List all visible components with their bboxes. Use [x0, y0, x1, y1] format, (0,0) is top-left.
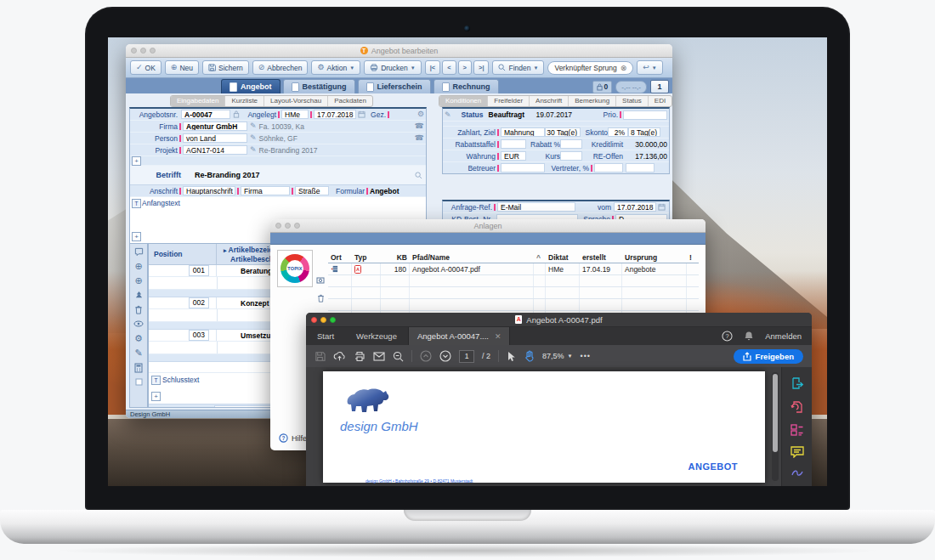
- print-icon[interactable]: [354, 351, 366, 362]
- phone-icon[interactable]: ☎: [415, 134, 424, 142]
- freigeben-button[interactable]: Freigeben: [734, 349, 803, 364]
- save-icon[interactable]: [314, 351, 326, 362]
- empty-attachment-row[interactable]: [328, 299, 699, 311]
- search-icon[interactable]: [415, 172, 422, 179]
- attachment-row[interactable]: A 180 Angebot A-00047.pdf HMe 17.04.19 A…: [328, 263, 699, 275]
- sort-positions-icon[interactable]: [133, 290, 144, 301]
- zoom-level[interactable]: 87,5%▼: [542, 352, 572, 360]
- tab-angebot[interactable]: Angebot: [221, 79, 280, 93]
- add-special-position-icon[interactable]: ⊕: [133, 275, 144, 286]
- nav-next-button[interactable]: >: [458, 60, 472, 75]
- share-cloud-icon[interactable]: [333, 351, 346, 362]
- projekt-field[interactable]: AGN17-014: [183, 145, 247, 155]
- col-position[interactable]: Position: [149, 244, 217, 264]
- person-field[interactable]: von Land: [183, 133, 247, 143]
- tab-lieferschein[interactable]: Lieferschein: [358, 79, 431, 93]
- expand-icon[interactable]: +: [132, 156, 141, 166]
- subtab-bemerkung[interactable]: Bemerkung: [569, 96, 616, 106]
- col-diktat[interactable]: Diktat: [546, 253, 580, 262]
- page-up-icon[interactable]: [420, 350, 432, 362]
- waehrung-field[interactable]: EUR: [501, 151, 526, 161]
- traffic-lights[interactable]: [311, 317, 336, 323]
- skonto-frist-field[interactable]: 8 Tag(e): [628, 127, 660, 137]
- traffic-lights[interactable]: [275, 223, 300, 229]
- subtab-kurzliste[interactable]: Kurzliste: [225, 96, 264, 106]
- select-cursor-icon[interactable]: [507, 351, 516, 362]
- subtab-konditionen[interactable]: Konditionen: [439, 96, 488, 106]
- betreuer-field[interactable]: [501, 163, 545, 173]
- hand-tool-icon[interactable]: [524, 350, 535, 362]
- nav-prev-button[interactable]: <: [442, 60, 456, 75]
- menu-werkzeuge[interactable]: Werkzeuge: [345, 327, 408, 345]
- fill-sign-icon[interactable]: [790, 468, 804, 477]
- subtab-layout-vorschau[interactable]: Layout-Vorschau: [264, 96, 328, 106]
- subtab-edi[interactable]: EDI: [649, 96, 672, 106]
- pencil-icon[interactable]: ✎: [250, 122, 257, 130]
- empty-attachment-row[interactable]: [328, 275, 699, 287]
- betrifft-value[interactable]: Re-Branding 2017: [195, 171, 260, 179]
- angelegt-datum-field[interactable]: 17.07.2018: [314, 110, 356, 119]
- gear-icon[interactable]: ⚙: [417, 110, 424, 118]
- col-pfad-name[interactable]: Pfad/Name: [410, 253, 534, 262]
- vertreter-prozent-field[interactable]: [626, 163, 654, 173]
- undo-button[interactable]: ↩▼: [637, 60, 663, 75]
- pencil-icon[interactable]: ✎: [250, 146, 257, 154]
- pencil-icon[interactable]: ✎: [250, 134, 257, 142]
- note-icon[interactable]: [133, 246, 144, 257]
- nav-last-button[interactable]: >|: [473, 60, 489, 75]
- bell-icon[interactable]: [744, 331, 754, 342]
- pdf-viewport[interactable]: design GmbH ANGEBOT design GmbH • Bahnho…: [306, 367, 782, 486]
- angelegt-field[interactable]: HMe: [281, 110, 309, 119]
- vertreter-field[interactable]: [594, 163, 623, 173]
- calculator-icon[interactable]: [133, 362, 144, 373]
- expand-icon[interactable]: +: [132, 232, 141, 241]
- add-position-icon[interactable]: ⊕: [133, 261, 144, 272]
- phone-icon[interactable]: ☎: [415, 122, 424, 130]
- traffic-lights[interactable]: [131, 48, 156, 54]
- tab-bestaetigung[interactable]: Bestätigung: [283, 79, 355, 93]
- scan-icon[interactable]: [316, 272, 325, 287]
- sichern-button[interactable]: AbbrechenSichern: [202, 60, 249, 75]
- empty-attachment-row[interactable]: [328, 287, 699, 299]
- clear-icon[interactable]: ⊗: [620, 64, 627, 72]
- close-tab-icon[interactable]: ✕: [495, 332, 502, 341]
- settings-gear-icon[interactable]: ⚙: [133, 333, 144, 344]
- main-titlebar[interactable]: T Angebot bearbeiten: [126, 44, 672, 58]
- sort-indicator[interactable]: ^: [534, 253, 546, 262]
- preview-eye-icon[interactable]: [133, 319, 144, 330]
- checkbox-icon[interactable]: [133, 376, 144, 387]
- subtab-packdaten[interactable]: Packdaten: [328, 96, 372, 106]
- subtab-freifelder[interactable]: Freifelder: [488, 96, 530, 106]
- vom-field[interactable]: 17.07.2018: [614, 202, 656, 212]
- finden-button[interactable]: Finden▼: [492, 60, 544, 75]
- col-ort[interactable]: Ort: [328, 253, 352, 262]
- col-typ[interactable]: Typ: [352, 253, 381, 262]
- anschrift-strasse-field[interactable]: Straße: [295, 186, 329, 195]
- verknuepfter-sprung-field[interactable]: Verknüpfter Sprung ⊗: [547, 61, 633, 75]
- pdf-scrollbar[interactable]: [772, 372, 779, 481]
- anmelden-button[interactable]: Anmelden: [765, 331, 802, 341]
- comment-icon[interactable]: [790, 446, 804, 458]
- prio-field[interactable]: [623, 110, 667, 120]
- subtab-anschrift[interactable]: Anschrift: [530, 96, 569, 106]
- col-ursprung[interactable]: Ursprung: [622, 253, 687, 262]
- tab-rechnung[interactable]: Rechnung: [434, 79, 499, 93]
- status-datum[interactable]: 19.07.2017: [536, 110, 573, 119]
- more-tools-icon[interactable]: •••: [581, 352, 591, 360]
- zahlart-field[interactable]: Mahnung: [501, 127, 545, 137]
- pencil-icon[interactable]: ✎: [445, 111, 451, 119]
- rabattstaffel-field[interactable]: [501, 139, 526, 149]
- delete-attachment-icon[interactable]: [317, 291, 325, 306]
- ok-button[interactable]: ✓OK: [130, 60, 162, 75]
- zoom-out-icon[interactable]: [393, 351, 404, 362]
- formular-value[interactable]: Angebot: [370, 187, 399, 195]
- anfrage-field[interactable]: E-Mail: [497, 202, 575, 212]
- delete-position-icon[interactable]: [133, 304, 144, 315]
- anschrift-firma-field[interactable]: Firma: [241, 186, 290, 195]
- firma-field[interactable]: Agentur GmbH: [183, 122, 247, 131]
- abbrechen-button[interactable]: ⊘Abbrechen: [252, 60, 309, 75]
- edit-pencil-icon[interactable]: ✎: [133, 348, 144, 359]
- ziel-field[interactable]: 30 Tag(e): [545, 127, 581, 137]
- aktion-button[interactable]: ⚙Aktion▼: [311, 60, 360, 75]
- export-pdf-icon[interactable]: [790, 376, 804, 390]
